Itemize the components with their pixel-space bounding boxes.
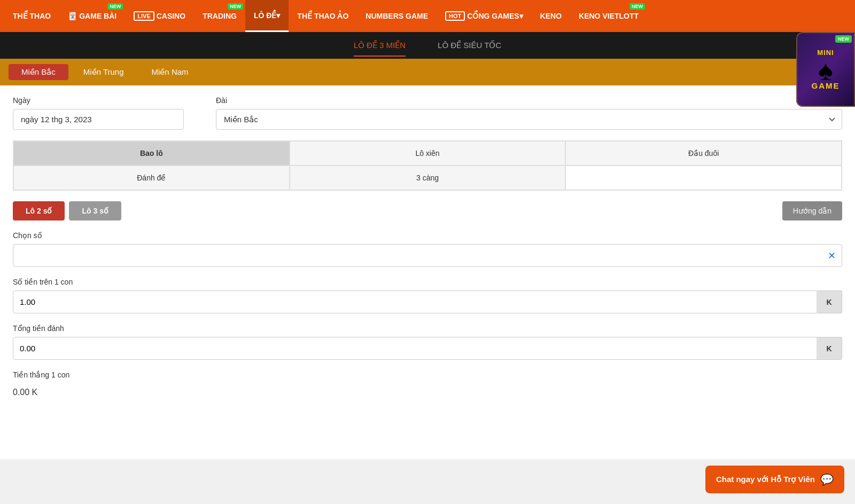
lo-buttons-left: Lô 2 số Lô 3 số	[13, 201, 121, 220]
bet-type-empty	[565, 166, 842, 190]
ngay-label: Ngày	[13, 96, 205, 105]
nav-hot-badge-cong-games: HOT	[445, 11, 465, 21]
bet-type-grid: Bao lô Lô xiên Đầu đuôi Đánh đề 3 càng	[13, 140, 842, 191]
form-group-dai: Đài Miền Bắc Miền Trung Miền Nam	[216, 96, 842, 130]
clear-icon[interactable]: ✕	[828, 250, 836, 262]
dai-select-wrapper: Miền Bắc Miền Trung Miền Nam	[216, 109, 842, 130]
mini-game-border-decoration	[796, 32, 855, 107]
mini-game-inner: NEW mini ♠ GAME	[796, 32, 855, 107]
chat-button[interactable]: Chat ngay với Hỗ Trợ Viên 💬	[705, 466, 844, 493]
so-tien-input[interactable]	[13, 290, 842, 313]
so-tien-unit: K	[817, 290, 842, 313]
nav-item-keno-vietlott[interactable]: NEW KENO VIETLOTT	[570, 0, 647, 32]
nav-item-the-thao-ao[interactable]: THỂ THAO ẢO	[289, 0, 357, 32]
chat-label: Chat ngay với Hỗ Trợ Viên	[716, 475, 815, 484]
so-tien-label: Số tiền trên 1 con	[13, 278, 842, 286]
region-tab-mien-trung[interactable]: Miền Trung	[71, 64, 137, 80]
nav-label-cong-games: CỔNG GAMES	[467, 12, 519, 20]
nav-label-game-bai: GAME BÀI	[79, 12, 116, 20]
nav-item-casino[interactable]: LIVE CASINO	[125, 0, 194, 32]
nav-badge-trading: NEW	[228, 3, 243, 10]
nav-item-cong-games[interactable]: HOT CỔNG GAMES ▾	[437, 0, 532, 32]
mini-game-widget[interactable]: NEW mini ♠ GAME	[796, 32, 855, 107]
bet-type-3-cang[interactable]: 3 càng	[290, 166, 566, 190]
lo-buttons-row: Lô 2 số Lô 3 số Hướng dẫn	[13, 201, 842, 220]
nav-label-keno: KENO	[540, 12, 562, 20]
nav-label-the-thao-ao: THỂ THAO ẢO	[297, 12, 348, 20]
bet-type-lo-xien[interactable]: Lô xiên	[290, 141, 566, 166]
nav-label-the-thao: THỂ THAO	[13, 12, 51, 20]
tong-tien-label: Tổng tiền đánh	[13, 324, 842, 333]
chon-so-label: Chọn số	[13, 231, 842, 240]
chevron-down-icon-cong: ▾	[519, 12, 523, 20]
bet-type-danh-de[interactable]: Đánh đề	[13, 166, 290, 190]
nav-live-badge-casino: LIVE	[134, 11, 154, 21]
nav-badge-game-bai: NEW	[107, 3, 123, 10]
tien-thang-label: Tiền thắng 1 con	[13, 371, 842, 379]
region-tab-label-mien-bac: Miền Bắc	[21, 67, 56, 76]
form-group-date: Ngày	[13, 96, 205, 130]
chat-icon: 💬	[820, 473, 834, 486]
form-row-date-dai: Ngày Đài Miền Bắc Miền Trung Miền Nam	[13, 96, 842, 130]
bet-type-dau-duoi[interactable]: Đầu đuôi	[565, 141, 842, 166]
top-nav: THỂ THAO NEW 🃏 GAME BÀI LIVE CASINO NEW …	[0, 0, 855, 32]
dai-select[interactable]: Miền Bắc Miền Trung Miền Nam	[216, 109, 842, 130]
sub-nav: LÔ ĐỀ 3 MIỀN LÔ ĐỀ SIÊU TỐC	[0, 32, 855, 59]
nav-label-trading: TRADING	[203, 12, 237, 20]
nav-item-lo-de[interactable]: LÔ ĐỀ ▾	[245, 0, 289, 32]
nav-label-lo-de: LÔ ĐỀ	[254, 11, 276, 20]
nav-badge-keno-vietlott: NEW	[629, 3, 645, 10]
tien-thang-value: 0.00 K	[13, 383, 842, 401]
so-tien-wrapper: K	[13, 290, 842, 313]
tong-tien-unit: K	[817, 337, 842, 360]
region-tabs: Miền Bắc Miền Trung Miền Nam	[0, 59, 855, 85]
nav-item-numbers-game[interactable]: NUMBERS GAME	[357, 0, 437, 32]
date-input[interactable]	[13, 109, 184, 130]
huong-dan-button[interactable]: Hướng dẫn	[782, 201, 842, 220]
nav-item-keno[interactable]: KENO	[532, 0, 570, 32]
region-tab-label-mien-nam: Miền Nam	[152, 67, 189, 76]
lo-2-so-button[interactable]: Lô 2 số	[13, 201, 65, 220]
sub-nav-label-lo-de-3-mien: LÔ ĐỀ 3 MIỀN	[354, 41, 406, 50]
nav-item-trading[interactable]: NEW TRADING	[194, 0, 245, 32]
sub-nav-lo-de-sieu-toc[interactable]: LÔ ĐỀ SIÊU TỐC	[438, 36, 501, 54]
sub-nav-label-lo-de-sieu-toc: LÔ ĐỀ SIÊU TỐC	[438, 41, 501, 50]
bet-type-bao-lo[interactable]: Bao lô	[13, 141, 290, 166]
tong-tien-wrapper: K	[13, 337, 842, 360]
nav-item-game-bai[interactable]: NEW 🃏 GAME BÀI	[59, 0, 125, 32]
chevron-down-icon: ▾	[276, 11, 280, 20]
nav-item-the-thao[interactable]: THỂ THAO	[4, 0, 59, 32]
chon-so-wrapper: ✕	[13, 244, 842, 267]
main-content: Ngày Đài Miền Bắc Miền Trung Miền Nam Ba…	[0, 85, 855, 459]
tong-tien-input[interactable]	[13, 337, 842, 360]
nav-label-keno-vietlott: KENO VIETLOTT	[579, 12, 639, 20]
dai-label: Đài	[216, 96, 842, 105]
sub-nav-lo-de-3-mien[interactable]: LÔ ĐỀ 3 MIỀN	[354, 36, 406, 54]
nav-label-casino: CASINO	[157, 12, 185, 20]
nav-label-numbers-game: NUMBERS GAME	[366, 12, 428, 20]
lo-3-so-button[interactable]: Lô 3 số	[69, 201, 121, 220]
region-tab-mien-bac[interactable]: Miền Bắc	[9, 64, 68, 80]
region-tab-label-mien-trung: Miền Trung	[83, 67, 124, 76]
region-tab-mien-nam[interactable]: Miền Nam	[139, 64, 201, 80]
chon-so-input[interactable]	[13, 244, 842, 267]
